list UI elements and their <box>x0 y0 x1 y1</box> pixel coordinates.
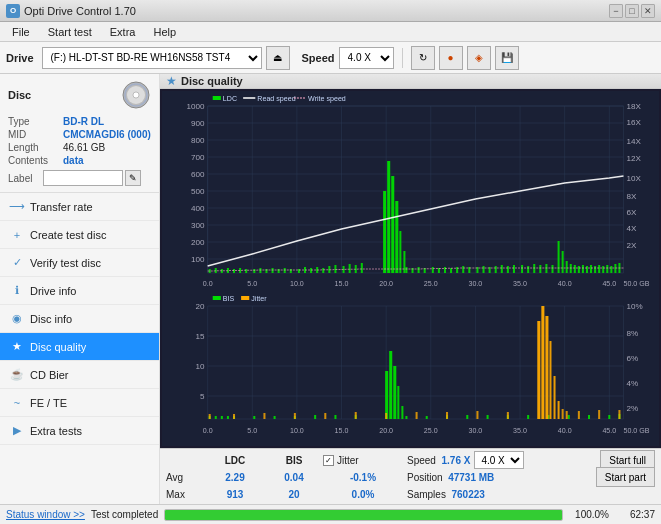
speed-info: Speed 1.76 X <box>407 455 470 466</box>
titlebar-buttons: − □ ✕ <box>609 4 655 18</box>
nav-label-cd-bier: CD Bier <box>30 369 69 381</box>
svg-text:8%: 8% <box>627 329 639 338</box>
disc-length-key: Length <box>8 142 63 153</box>
disc-label-edit-button[interactable]: ✎ <box>125 170 141 186</box>
speed-value: 1.76 X <box>441 455 470 466</box>
disc-label-input[interactable] <box>43 170 123 186</box>
disc-info-icon: ◉ <box>10 312 24 326</box>
svg-text:20.0: 20.0 <box>379 280 393 287</box>
svg-rect-120 <box>582 265 584 273</box>
svg-text:500: 500 <box>191 187 205 196</box>
svg-rect-197 <box>568 415 570 419</box>
svg-rect-190 <box>426 416 428 419</box>
svg-text:10%: 10% <box>627 302 643 311</box>
refresh-button[interactable]: ↻ <box>411 46 435 70</box>
cd-bier-icon: ☕ <box>10 368 24 382</box>
transfer-rate-icon: ⟶ <box>10 200 24 214</box>
max-ldc: 913 <box>205 489 265 500</box>
sidebar-item-cd-bier[interactable]: ☕ CD Bier <box>0 361 159 389</box>
svg-rect-216 <box>554 376 556 419</box>
svg-text:1000: 1000 <box>187 102 206 111</box>
max-jitter: 0.0% <box>323 489 403 500</box>
menu-extra[interactable]: Extra <box>102 24 144 40</box>
fe-te-icon: ~ <box>10 396 24 410</box>
svg-rect-214 <box>545 316 548 419</box>
minimize-button[interactable]: − <box>609 4 623 18</box>
bottom-chart: 20 15 10 5 10% 8% 6% 4% 2% 0.0 5.0 10.0 … <box>162 291 659 446</box>
svg-rect-90 <box>405 267 407 273</box>
svg-rect-179 <box>274 416 276 419</box>
chart-header: ★ Disc quality <box>160 74 661 89</box>
svg-text:400: 400 <box>191 204 205 213</box>
svg-rect-125 <box>602 266 604 273</box>
svg-rect-206 <box>355 412 357 419</box>
menu-start-test[interactable]: Start test <box>40 24 100 40</box>
svg-rect-136 <box>162 291 659 446</box>
disc-contents-value: data <box>63 155 84 166</box>
sidebar-item-disc-info[interactable]: ◉ Disc info <box>0 305 159 333</box>
speed-label: Speed <box>407 455 436 466</box>
sidebar-item-create-test-disc[interactable]: + Create test disc <box>0 221 159 249</box>
eject-button[interactable]: ⏏ <box>266 46 290 70</box>
avg-label: Avg <box>166 472 201 483</box>
sidebar-item-verify-test-disc[interactable]: ✓ Verify test disc <box>0 249 159 277</box>
svg-text:12X: 12X <box>627 154 642 163</box>
sidebar-item-drive-info[interactable]: ℹ Drive info <box>0 277 159 305</box>
avg-bis: 0.04 <box>269 472 319 483</box>
sidebar-item-disc-quality[interactable]: ★ Disc quality <box>0 333 159 361</box>
titlebar-left: O Opti Drive Control 1.70 <box>6 4 136 18</box>
chart-header-icon: ★ <box>166 74 177 88</box>
disc-type-key: Type <box>8 116 63 127</box>
sidebar-item-fe-te[interactable]: ~ FE / TE <box>0 389 159 417</box>
svg-rect-186 <box>393 366 396 419</box>
svg-rect-198 <box>588 415 590 419</box>
drive-info-icon: ℹ <box>10 284 24 298</box>
stats-total-row: Total 1749967 33057 <box>166 503 655 504</box>
svg-text:15.0: 15.0 <box>335 280 349 287</box>
sidebar-item-extra-tests[interactable]: ▶ Extra tests <box>0 417 159 445</box>
svg-rect-121 <box>586 266 588 273</box>
svg-rect-94 <box>432 267 434 273</box>
svg-text:LDC: LDC <box>223 95 237 102</box>
svg-rect-92 <box>418 267 420 273</box>
svg-rect-175 <box>221 416 223 419</box>
disc-write-btn[interactable]: ◈ <box>467 46 491 70</box>
svg-text:35.0: 35.0 <box>513 280 527 287</box>
save-button[interactable]: 💾 <box>495 46 519 70</box>
svg-rect-192 <box>466 415 468 419</box>
svg-rect-108 <box>521 265 523 273</box>
jitter-checkbox[interactable]: ✓ <box>323 455 334 466</box>
svg-text:BIS: BIS <box>223 295 235 302</box>
svg-rect-204 <box>294 413 296 419</box>
bottom-chart-svg: 20 15 10 5 10% 8% 6% 4% 2% 0.0 5.0 10.0 … <box>162 291 659 446</box>
speed-select[interactable]: 4.0 X <box>339 47 394 69</box>
maximize-button[interactable]: □ <box>625 4 639 18</box>
svg-rect-113 <box>551 265 553 273</box>
close-button[interactable]: ✕ <box>641 4 655 18</box>
disc-length-row: Length 46.61 GB <box>8 142 151 153</box>
svg-text:Write speed: Write speed <box>308 95 346 103</box>
sidebar-item-transfer-rate[interactable]: ⟶ Transfer rate <box>0 193 159 221</box>
disc-icon <box>121 80 151 110</box>
menu-file[interactable]: File <box>4 24 38 40</box>
drive-select[interactable]: (F:) HL-DT-ST BD-RE WH16NS58 TST4 <box>42 47 262 69</box>
svg-rect-199 <box>608 415 610 419</box>
start-part-button[interactable]: Start part <box>596 467 655 487</box>
svg-rect-118 <box>574 265 576 273</box>
svg-text:14X: 14X <box>627 137 642 146</box>
svg-rect-208 <box>416 412 418 419</box>
svg-rect-213 <box>541 306 544 419</box>
svg-rect-130 <box>213 96 221 100</box>
chart-area: ★ Disc quality <box>160 74 661 504</box>
menubar: File Start test Extra Help <box>0 22 661 42</box>
disc-quality-icon-btn[interactable]: ● <box>439 46 463 70</box>
svg-rect-220 <box>578 411 580 419</box>
svg-text:16X: 16X <box>627 118 642 127</box>
svg-rect-212 <box>537 321 540 419</box>
svg-rect-215 <box>549 341 551 419</box>
menu-help[interactable]: Help <box>145 24 184 40</box>
jitter-label: Jitter <box>337 455 359 466</box>
status-window-button[interactable]: Status window >> <box>6 509 85 520</box>
svg-rect-66 <box>253 269 255 273</box>
svg-rect-65 <box>245 269 247 273</box>
